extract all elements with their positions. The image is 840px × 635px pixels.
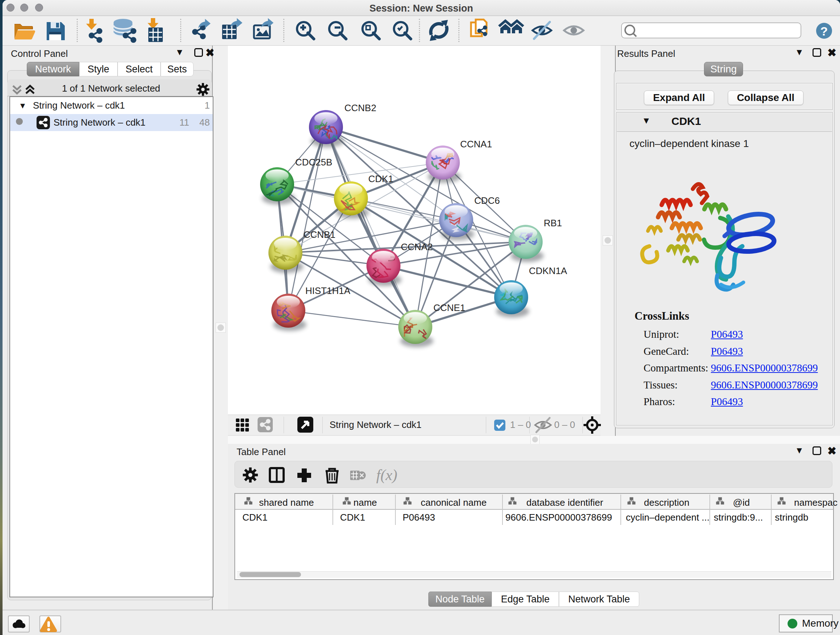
svg-text:CCNB2: CCNB2 <box>344 103 376 113</box>
svg-text:CDC6: CDC6 <box>474 195 500 206</box>
svg-text:CCNA2: CCNA2 <box>401 241 433 252</box>
svg-text:CDC25B: CDC25B <box>295 157 332 168</box>
svg-text:HIST1H1A: HIST1H1A <box>305 285 351 296</box>
svg-text:CCNB1: CCNB1 <box>303 229 335 240</box>
svg-text:RB1: RB1 <box>544 218 562 228</box>
svg-text:CDK1: CDK1 <box>368 173 393 184</box>
svg-text:CCNE1: CCNE1 <box>433 302 465 313</box>
svg-text:CCNA1: CCNA1 <box>460 139 492 149</box>
svg-text:CDKN1A: CDKN1A <box>529 265 567 276</box>
